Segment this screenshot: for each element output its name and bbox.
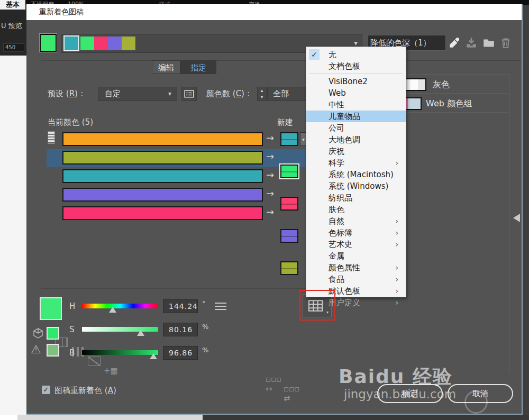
- new-header: 新建: [277, 117, 293, 127]
- menu-item-color-books[interactable]: 色标簿›: [306, 227, 406, 239]
- preset-options-button[interactable]: [181, 87, 197, 101]
- gamut-swatch[interactable]: [47, 344, 59, 357]
- preview-label: U 预览: [1, 21, 22, 31]
- active-color-swatch[interactable]: [40, 34, 57, 52]
- gamut-warning-icon[interactable]: ⚠: [31, 343, 41, 356]
- new-color-swatch[interactable]: [280, 197, 298, 211]
- step-up-icon[interactable]: ▴: [258, 87, 266, 94]
- brightness-slider[interactable]: [82, 350, 158, 355]
- menu-item-celebration[interactable]: 庆祝: [306, 145, 406, 157]
- current-color-bar[interactable]: [62, 151, 263, 165]
- submenu-arrow-icon: ›: [395, 215, 398, 227]
- menu-item-kids-stuff[interactable]: 儿童物品: [306, 111, 406, 122]
- submenu-arrow-icon: ›: [395, 273, 398, 285]
- saturation-value-input[interactable]: 80.16: [163, 323, 198, 336]
- hue-slider-handle[interactable]: [109, 307, 116, 313]
- red-annotation-box: [299, 290, 335, 321]
- strip-swatch-olive[interactable]: [122, 36, 135, 50]
- hsb-divider: [41, 288, 306, 289]
- tab-assign[interactable]: 指定: [180, 60, 216, 74]
- menu-item-foods[interactable]: 食品›: [306, 273, 406, 285]
- saturation-slider[interactable]: [82, 327, 158, 332]
- strip-swatch-pink[interactable]: [94, 36, 108, 50]
- submenu-arrow-icon: ›: [395, 262, 398, 273]
- menu-item-system-macintosh[interactable]: 系统 (Macintosh): [306, 169, 406, 180]
- web-safe-swatch[interactable]: [47, 327, 59, 340]
- random-saturation-icon[interactable]: ▫▫▫⇄: [284, 384, 296, 394]
- current-color-bar[interactable]: [62, 169, 263, 183]
- eyedropper-icon[interactable]: [448, 36, 461, 50]
- menu-item-visibone2[interactable]: VisiBone2: [306, 76, 406, 87]
- new-color-swatch[interactable]: [280, 132, 298, 146]
- exclude-colors-icon[interactable]: [88, 357, 101, 366]
- hue-value-input[interactable]: 144.24: [163, 299, 198, 313]
- menu-item-art-history[interactable]: 艺术史›: [306, 239, 406, 250]
- section-divider: [41, 60, 521, 61]
- submenu-arrow-icon: ›: [395, 239, 398, 250]
- hue-slider[interactable]: [82, 304, 158, 308]
- arrow-right-icon: →: [266, 187, 274, 200]
- screenshot-root: 不透明度 100% 样式 变换 基本 U 预览 450 重新着色图稿 ▾ 降低的…: [0, 0, 529, 420]
- current-color-bar[interactable]: [62, 132, 263, 146]
- folder-icon[interactable]: [482, 36, 496, 50]
- chevron-down-icon: ▾: [168, 87, 171, 101]
- watermark-logo-text: Baidu 经验: [339, 364, 453, 390]
- brightness-slider-handle[interactable]: [150, 353, 157, 359]
- hue-unit: °: [202, 299, 206, 307]
- menu-item-earthtone[interactable]: 大地色调: [306, 134, 406, 145]
- artboard-edge: [0, 56, 26, 420]
- strip-swatch-green[interactable]: [80, 36, 94, 50]
- watermark-circle: [464, 390, 488, 414]
- checkmark-icon: ✓: [309, 49, 320, 60]
- new-row-icon[interactable]: +▦: [104, 366, 116, 376]
- arrow-right-icon: →: [266, 168, 274, 182]
- menu-item-document-swatches[interactable]: 文档色板: [306, 60, 406, 72]
- dialog-title: 重新着色图稿: [39, 7, 84, 17]
- bottom-strip-white: [0, 415, 17, 420]
- basic-tab[interactable]: 基本: [0, 0, 25, 10]
- menu-item-corporate[interactable]: 公司: [306, 122, 406, 134]
- strip-swatch-teal[interactable]: [65, 36, 78, 50]
- ruler-value: 450: [3, 43, 24, 52]
- preset-select[interactable]: 自定 ▾: [98, 87, 177, 101]
- arrow-right-icon: →: [266, 131, 274, 145]
- group-label-gray[interactable]: 灰色: [433, 79, 450, 90]
- step-down-icon[interactable]: ▾: [258, 94, 266, 99]
- tab-edit[interactable]: 编辑: [152, 60, 180, 74]
- recolor-artwork-checkbox[interactable]: ✓: [42, 386, 50, 394]
- hsb-menu-icon[interactable]: [215, 303, 226, 310]
- trash-icon[interactable]: [499, 36, 513, 50]
- group-label-web[interactable]: Web 颜色组: [426, 98, 472, 109]
- new-color-swatch-selected[interactable]: [280, 165, 298, 178]
- submenu-arrow-icon: ›: [395, 157, 398, 169]
- brightness-label: B: [69, 348, 75, 358]
- color-count-stepper[interactable]: ▴ ▾: [257, 87, 267, 101]
- row-drag-handle-icon[interactable]: [48, 131, 55, 144]
- brightness-value-input[interactable]: 96.86: [163, 346, 198, 360]
- menu-item-science[interactable]: 科学›: [306, 157, 406, 169]
- chevron-down-icon[interactable]: ▾: [354, 39, 358, 47]
- save-group-icon[interactable]: [464, 36, 478, 50]
- saturation-unit: %: [202, 323, 208, 331]
- menu-item-neutral[interactable]: 中性: [306, 99, 406, 111]
- strip-swatch-purple[interactable]: [108, 36, 122, 50]
- menu-item-color-properties[interactable]: 颜色属性›: [306, 262, 406, 273]
- collapse-panel-icon[interactable]: [513, 214, 520, 222]
- new-color-swatch[interactable]: [280, 229, 298, 243]
- current-color-bar[interactable]: [62, 206, 263, 220]
- random-order-icon[interactable]: ▫▫▫↔: [266, 375, 278, 384]
- menu-item-skintones[interactable]: 肤色: [306, 204, 406, 215]
- preset-label: 预设 (R)：: [48, 89, 86, 99]
- cube-icon[interactable]: [32, 327, 44, 340]
- recolor-artwork-dialog: 重新着色图稿 ▾ 降低的色深（1） 编辑: [26, 4, 523, 415]
- menu-item-web[interactable]: Web: [306, 87, 406, 99]
- menu-item-system-windows[interactable]: 系统 (Windows): [306, 180, 406, 192]
- saturation-slider-handle[interactable]: [137, 330, 144, 336]
- new-color-swatch[interactable]: [280, 261, 298, 275]
- menu-item-metal[interactable]: 金属: [306, 250, 406, 262]
- menu-item-none[interactable]: ✓ 无: [306, 49, 406, 60]
- current-color-bar[interactable]: [62, 188, 263, 202]
- menu-item-textiles[interactable]: 纺织品: [306, 192, 406, 204]
- dialog-titlebar[interactable]: 重新着色图稿: [26, 4, 522, 20]
- menu-item-nature[interactable]: 自然›: [306, 215, 406, 227]
